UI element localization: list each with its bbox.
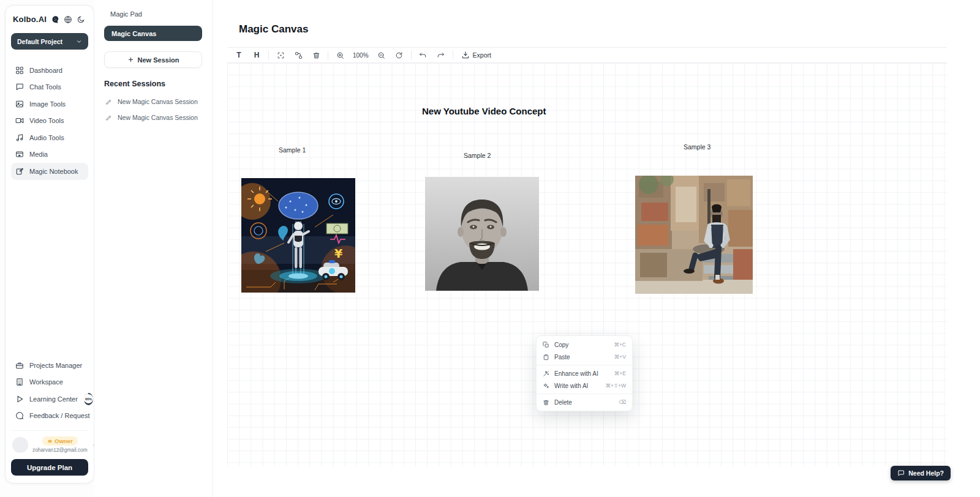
context-menu-shortcut: ⌘+C <box>614 342 626 348</box>
upgrade-plan-button[interactable]: Upgrade Plan <box>11 459 88 476</box>
reset-view-button[interactable] <box>393 49 405 61</box>
sidebar-item-workspace[interactable]: Workspace <box>11 374 88 391</box>
magic-wand-icon <box>543 370 549 377</box>
user-profile[interactable]: Owner zoharvan12@gmail.com <box>11 430 88 459</box>
briefcase-icon <box>15 361 24 370</box>
logo-row: Kolbo.AI <box>11 13 88 33</box>
sidebar-item-audio-tools[interactable]: Audio Tools <box>11 129 88 146</box>
sidebar-item-dashboard[interactable]: Dashboard <box>11 62 88 79</box>
sidebar-item-label: Dashboard <box>29 67 62 74</box>
sample-image-portrait[interactable] <box>425 177 539 291</box>
trash-icon <box>543 399 549 406</box>
brand-logo: Kolbo.AI <box>13 15 47 24</box>
sidebar-item-chat-tools[interactable]: Chat Tools <box>11 79 88 96</box>
toolbar-divider <box>268 51 269 60</box>
context-menu-paste[interactable]: Paste ⌘+V <box>537 351 632 363</box>
sidebar-item-label: Media <box>29 151 48 158</box>
copy-icon <box>543 342 549 348</box>
dark-mode-moon-icon[interactable] <box>77 15 85 24</box>
sample-3-label[interactable]: Sample 3 <box>684 143 710 151</box>
chat-bubble-icon <box>15 83 24 91</box>
owner-badge-label: Owner <box>55 438 73 444</box>
project-selector[interactable]: Default Project <box>11 33 88 50</box>
sidebar-item-projects-manager[interactable]: Projects Manager <box>11 357 88 374</box>
delete-tool-button[interactable] <box>310 49 322 61</box>
sidebar-item-label: Feedback / Request <box>29 412 89 419</box>
sidebar-item-label: Chat Tools <box>29 83 61 91</box>
sidebar-item-media[interactable]: Media <box>11 146 88 163</box>
sidebar-item-learning-center[interactable]: Learning Center 66% <box>11 390 88 408</box>
need-help-label: Need Help? <box>908 469 944 477</box>
session-list-item[interactable]: New Magic Canvas Session <box>104 94 202 110</box>
context-menu-enhance-with-ai[interactable]: Enhance with AI ⌘+E <box>537 367 632 379</box>
sample-1-label[interactable]: Sample 1 <box>279 146 306 154</box>
undo-icon <box>419 51 427 59</box>
flow-connector-button[interactable] <box>292 49 304 61</box>
redo-icon <box>437 51 445 59</box>
sample-2-label[interactable]: Sample 2 <box>464 152 491 159</box>
sidebar-item-label: Projects Manager <box>29 362 82 369</box>
new-session-button[interactable]: New Session <box>104 51 202 68</box>
feedback-bubble-icon <box>15 411 24 420</box>
context-menu-shortcut: ⌘+⇧+W <box>605 383 626 389</box>
zoom-in-button[interactable] <box>334 49 346 61</box>
tab-magic-pad[interactable]: Magic Pad <box>104 9 202 26</box>
context-menu-divider <box>537 365 632 365</box>
sidebar-item-feedback-request[interactable]: Feedback / Request <box>11 408 88 425</box>
media-icon <box>15 150 24 159</box>
redo-button[interactable] <box>435 49 447 61</box>
sidebar-item-video-tools[interactable]: Video Tools <box>11 113 88 130</box>
zoom-level: 100% <box>352 52 370 59</box>
context-menu-label: Delete <box>554 399 572 406</box>
play-icon <box>15 395 24 403</box>
help-chat-icon <box>897 469 905 477</box>
session-list-item[interactable]: New Magic Canvas Session <box>104 110 202 125</box>
export-button[interactable]: Export <box>461 51 491 59</box>
context-menu-label: Enhance with AI <box>554 370 598 377</box>
sample-image-ruins[interactable] <box>635 176 753 294</box>
session-item-label: New Magic Canvas Session <box>118 98 198 105</box>
sparkles-icon <box>543 383 549 389</box>
canvas-heading[interactable]: New Youtube Video Concept <box>422 106 546 116</box>
sidebar-item-magic-notebook[interactable]: Magic Notebook <box>11 163 88 180</box>
pencil-icon <box>105 114 112 121</box>
toolbar-divider <box>328 51 328 60</box>
sidebar-item-label: Image Tools <box>29 100 66 108</box>
dashboard-icon <box>15 66 24 75</box>
pencil-icon <box>105 99 112 105</box>
owner-badge: Owner <box>42 436 78 446</box>
context-menu-delete[interactable]: Delete ⌫ <box>537 396 632 408</box>
sidebar-item-label: Magic Notebook <box>29 168 78 175</box>
sidebar-item-image-tools[interactable]: Image Tools <box>11 95 88 113</box>
language-globe-icon[interactable] <box>64 15 72 24</box>
sidebar-spacer <box>11 180 88 357</box>
undo-button[interactable] <box>417 49 429 61</box>
magic-canvas-grid[interactable]: New Youtube Video Concept Sample 1 Sampl… <box>227 63 947 466</box>
sessions-panel: Magic Pad Magic Canvas New Session Recen… <box>94 0 213 497</box>
zoom-out-button[interactable] <box>375 49 388 61</box>
recent-sessions-heading: Recent Sessions <box>104 80 202 88</box>
flow-icon <box>295 51 303 59</box>
session-item-label: New Magic Canvas Session <box>118 114 198 121</box>
trash-icon <box>312 51 320 59</box>
context-menu-copy[interactable]: Copy ⌘+C <box>537 338 632 351</box>
need-help-button[interactable]: Need Help? <box>891 466 951 480</box>
tab-magic-canvas-label: Magic Canvas <box>111 30 156 37</box>
ai-scan-icon <box>277 51 285 59</box>
tab-magic-canvas[interactable]: Magic Canvas <box>104 26 202 41</box>
context-menu-write-with-ai[interactable]: Write with AI ⌘+⇧+W <box>537 379 632 392</box>
svg-text:¥: ¥ <box>334 247 342 260</box>
ai-select-button[interactable] <box>274 49 287 61</box>
zoom-in-icon <box>336 51 344 59</box>
context-menu-shortcut: ⌫ <box>619 399 626 405</box>
image-icon <box>15 100 24 108</box>
crown-icon <box>47 438 53 444</box>
context-menu-label: Paste <box>554 354 570 361</box>
text-tool-button[interactable]: T <box>233 49 245 61</box>
learning-progress-value: 66% <box>84 394 93 403</box>
sample-image-ai-collage[interactable]: ¥ <box>241 178 355 293</box>
plus-icon <box>127 56 134 63</box>
heading-tool-button[interactable]: H <box>251 49 263 61</box>
context-menu-shortcut: ⌘+V <box>614 354 626 360</box>
video-camera-icon <box>15 116 24 125</box>
